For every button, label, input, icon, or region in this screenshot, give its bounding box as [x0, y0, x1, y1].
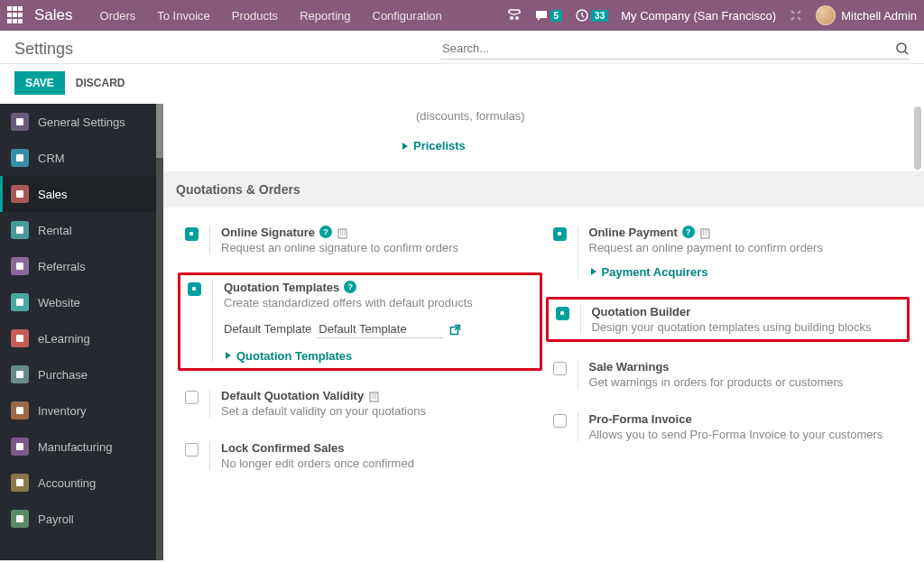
svg-rect-15 [16, 515, 23, 522]
setting-desc: Get warnings in orders for products or c… [589, 375, 903, 389]
setting-quotation-builder: Quotation Builder Design your quotation … [546, 297, 910, 342]
clock-icon[interactable]: 33 [575, 8, 608, 23]
divider [578, 360, 578, 389]
pricelists-link[interactable]: Pricelists [401, 139, 466, 152]
setting-title: Sale Warnings [589, 360, 670, 374]
pricelists-link-label: Pricelists [413, 139, 466, 152]
sidebar-item-general-settings[interactable]: General Settings [0, 104, 163, 140]
help-icon[interactable]: ? [344, 281, 356, 293]
menu-reporting[interactable]: Reporting [291, 2, 359, 30]
help-icon[interactable]: ? [682, 226, 695, 238]
menu-configuration[interactable]: Configuration [364, 2, 451, 30]
page-title: Settings [14, 40, 73, 59]
sidebar-item-label: Rental [38, 224, 72, 237]
menu-to-invoice[interactable]: To Invoice [148, 2, 219, 30]
default-template-select[interactable]: Default Template [317, 320, 443, 338]
menu-products[interactable]: Products [223, 2, 287, 30]
checkbox[interactable] [185, 391, 199, 404]
sidebar-item-elearning[interactable]: eLearning [0, 320, 163, 356]
menu-orders[interactable]: Orders [91, 2, 145, 30]
sidebar-item-rental[interactable]: Rental [0, 212, 163, 248]
svg-rect-9 [16, 299, 23, 306]
setting-title: Online Payment ? [589, 226, 711, 239]
chat-icon[interactable]: 5 [534, 8, 563, 23]
svg-rect-6 [16, 190, 23, 198]
settings-content: (discounts, formulas) Pricelists Quotati… [163, 104, 924, 560]
sidebar-item-label: General Settings [38, 115, 125, 129]
user-menu[interactable]: Mitchell Admin [816, 5, 917, 25]
setting-online-payment: Online Payment ? Request an online payme… [546, 220, 910, 285]
setting-desc: Design your quotation templates using bu… [592, 320, 901, 334]
divider [578, 412, 578, 441]
divider [580, 305, 581, 334]
sidebar-item-accounting[interactable]: Accounting [0, 465, 163, 501]
search-icon[interactable] [895, 41, 910, 56]
external-link-icon[interactable] [449, 322, 461, 336]
divider [578, 226, 578, 280]
content-scrollbar[interactable] [914, 106, 921, 560]
sidebar-icon [11, 329, 29, 347]
svg-rect-10 [16, 335, 23, 342]
setting-desc: Request an online payment to confirm ord… [589, 241, 903, 254]
checkbox[interactable] [553, 362, 567, 375]
sidebar-item-label: Inventory [38, 404, 86, 418]
sidebar-item-crm[interactable]: CRM [0, 140, 163, 176]
setting-pro-forma-invoice: Pro-Forma Invoice Allows you to send Pro… [546, 407, 910, 447]
sidebar-item-payroll[interactable]: Payroll [0, 501, 163, 537]
sidebar-item-label: eLearning [38, 332, 90, 346]
setting-title: Pro-Forma Invoice [589, 412, 692, 426]
avatar-icon [816, 5, 836, 25]
divider [209, 441, 210, 470]
setting-desc: Create standardized offers with default … [224, 296, 532, 309]
sidebar-scrollbar[interactable] [156, 104, 163, 560]
discounts-note: (discounts, formulas) [163, 104, 924, 123]
sidebar-item-website[interactable]: Website [0, 284, 163, 320]
building-icon [337, 226, 348, 239]
save-button[interactable]: SAVE [14, 71, 65, 95]
top-navbar: Sales Orders To Invoice Products Reporti… [0, 0, 924, 31]
setting-default-quotation-validity: Default Quotation Validity Set a default… [178, 383, 542, 423]
help-icon[interactable]: ? [319, 226, 332, 238]
checkbox[interactable] [185, 227, 199, 241]
checkbox[interactable] [185, 443, 199, 457]
setting-desc: Set a default validity on your quotation… [221, 404, 535, 418]
apps-icon[interactable] [7, 6, 25, 24]
company-selector[interactable]: My Company (San Francisco) [621, 9, 776, 23]
search-input[interactable] [440, 38, 895, 59]
checkbox[interactable] [553, 227, 567, 241]
sidebar-item-purchase[interactable]: Purchase [0, 356, 163, 392]
sidebar-item-label: Accounting [38, 476, 96, 490]
setting-title: Lock Confirmed Sales [221, 441, 345, 455]
setting-quotation-templates: Quotation Templates ? Create standardize… [178, 272, 542, 372]
link-payment-acquirers[interactable]: Payment Acquirers [589, 265, 708, 279]
sidebar-item-sales[interactable]: Sales [0, 176, 163, 212]
discard-button[interactable]: DISCARD [76, 77, 125, 89]
phone-icon[interactable] [507, 8, 522, 23]
settings-left-col: Online Signature ? Request an online sig… [178, 220, 542, 476]
search-wrap [440, 38, 910, 60]
sidebar-icon [11, 510, 29, 528]
sidebar-icon [11, 113, 29, 131]
sidebar-item-label: Website [38, 296, 80, 309]
svg-rect-13 [16, 443, 23, 450]
sidebar-item-label: Payroll [38, 512, 74, 526]
settings-sidebar: General SettingsCRMSalesRentalReferralsW… [0, 104, 163, 560]
body: General SettingsCRMSalesRentalReferralsW… [0, 104, 924, 560]
action-bar: SAVE DISCARD [0, 64, 924, 104]
sidebar-item-referrals[interactable]: Referrals [0, 248, 163, 284]
section-quotations-orders: Quotations & Orders [163, 171, 924, 208]
link-quotation-templates[interactable]: Quotation Templates [224, 349, 352, 363]
default-template-label: Default Template [224, 322, 311, 336]
sidebar-icon [11, 438, 29, 456]
topnav-right: 5 33 My Company (San Francisco) Mitchell… [507, 5, 917, 25]
main-menu: Orders To Invoice Products Reporting Con… [91, 2, 451, 30]
checkbox[interactable] [556, 307, 569, 320]
sidebar-item-label: Manufacturing [38, 440, 112, 454]
sidebar-item-label: Purchase [38, 368, 88, 382]
sidebar-item-manufacturing[interactable]: Manufacturing [0, 429, 163, 465]
checkbox[interactable] [553, 414, 567, 428]
debug-icon[interactable] [789, 8, 803, 23]
sidebar-item-label: CRM [38, 152, 65, 165]
sidebar-item-inventory[interactable]: Inventory [0, 392, 163, 429]
checkbox[interactable] [188, 282, 201, 296]
